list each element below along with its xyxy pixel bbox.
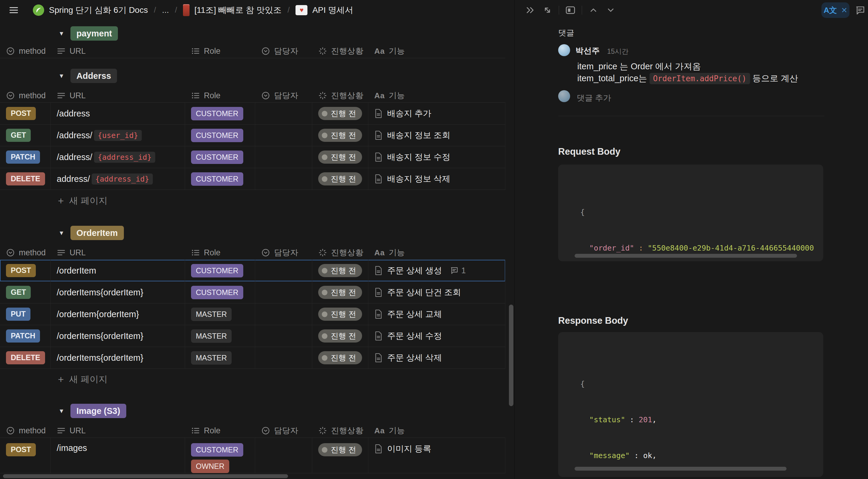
column-method[interactable]: method: [0, 246, 51, 260]
column-role[interactable]: Role: [185, 44, 255, 58]
section-title-adderss[interactable]: Adderss: [70, 69, 117, 83]
method-badge[interactable]: PATCH: [6, 329, 40, 342]
manager-cell[interactable]: [255, 281, 312, 303]
breadcrumb-workspace[interactable]: Spring 단기 심화 6기 Docs: [49, 4, 148, 16]
previous-item-icon[interactable]: [587, 4, 599, 16]
manager-cell[interactable]: [255, 438, 312, 473]
role-badge[interactable]: CUSTOMER: [191, 107, 243, 120]
next-item-icon[interactable]: [605, 4, 617, 16]
translate-indicator[interactable]: A文 ✕: [822, 2, 849, 18]
table-row[interactable]: GET /orderItems{orderItem} CUSTOMER 진행 전…: [0, 281, 505, 303]
column-role[interactable]: Role: [185, 246, 255, 260]
section-title-image-s3[interactable]: Image (S3): [70, 404, 126, 418]
column-status[interactable]: 진행상황: [312, 44, 368, 58]
breadcrumb-current-page[interactable]: API 명세서: [312, 4, 353, 16]
table-row[interactable]: POST /address CUSTOMER 진행 전 배송지 추가: [0, 103, 505, 124]
role-badge[interactable]: MASTER: [191, 329, 231, 343]
feature-cell[interactable]: 주문 상세 삭제: [374, 352, 442, 363]
horizontal-scrollbar[interactable]: [3, 474, 288, 478]
column-role[interactable]: Role: [185, 89, 255, 102]
open-as-page-icon[interactable]: [564, 4, 577, 16]
method-badge[interactable]: POST: [6, 264, 36, 277]
table-row[interactable]: DELETE /orderItems{orderItem} MASTER 진행 …: [0, 347, 505, 369]
role-badge[interactable]: MASTER: [191, 351, 231, 365]
column-status[interactable]: 진행상황: [312, 246, 368, 260]
url-cell[interactable]: /orderItems{orderItem}: [57, 288, 143, 297]
code-horizontal-scrollbar[interactable]: [575, 467, 786, 471]
manager-cell[interactable]: [255, 168, 312, 190]
table-row[interactable]: PUT /orderItem{orderItem} MASTER 진행 전 주문…: [0, 303, 505, 325]
toggle-triangle-icon[interactable]: ▼: [57, 408, 66, 415]
manager-cell[interactable]: [255, 325, 312, 347]
column-manager[interactable]: 담당자: [255, 424, 312, 438]
code-horizontal-scrollbar[interactable]: [575, 254, 797, 258]
status-badge[interactable]: 진행 전: [318, 351, 362, 364]
status-badge[interactable]: 진행 전: [318, 129, 362, 142]
method-badge[interactable]: GET: [6, 129, 31, 142]
toggle-triangle-icon[interactable]: ▼: [57, 72, 66, 80]
column-status[interactable]: 진행상황: [312, 424, 368, 438]
new-page-button[interactable]: + 새 페이지: [58, 373, 107, 386]
method-badge[interactable]: POST: [6, 107, 36, 120]
column-feature[interactable]: Aa 기능: [368, 246, 505, 260]
status-badge[interactable]: 진행 전: [318, 150, 362, 163]
vertical-scrollbar[interactable]: [509, 305, 514, 406]
section-title-payment[interactable]: payment: [70, 26, 118, 41]
breadcrumb-ellipsis[interactable]: ...: [162, 5, 169, 15]
column-method[interactable]: method: [0, 44, 51, 58]
table-row[interactable]: GET /address/{user_id} CUSTOMER 진행 전 배송지…: [0, 124, 505, 146]
column-url[interactable]: URL: [51, 424, 185, 438]
column-status[interactable]: 진행상황: [312, 89, 368, 102]
column-url[interactable]: URL: [51, 246, 185, 260]
column-method[interactable]: method: [0, 424, 51, 438]
request-body-code-block[interactable]: { "order_id" : "550e8400-e29b-41d4-a716-…: [558, 164, 823, 261]
new-page-button[interactable]: + 새 페이지: [58, 194, 107, 207]
section-toggle-image-s3[interactable]: ▼ Image (S3): [57, 402, 126, 419]
table-row-selected[interactable]: POST /orderItem CUSTOMER 진행 전 주문 상세 생성 1: [0, 260, 505, 281]
column-url[interactable]: URL: [51, 44, 185, 58]
url-cell[interactable]: address/{address_id}: [57, 174, 153, 184]
role-badge[interactable]: CUSTOMER: [191, 129, 243, 142]
status-badge[interactable]: 진행 전: [318, 443, 362, 456]
role-badge[interactable]: MASTER: [191, 307, 231, 321]
role-badge[interactable]: CUSTOMER: [191, 172, 243, 186]
url-cell[interactable]: /address: [57, 109, 90, 119]
url-cell[interactable]: /orderItem: [57, 266, 96, 276]
url-cell[interactable]: /address/{user_id}: [57, 130, 142, 141]
manager-cell[interactable]: [255, 260, 312, 281]
status-badge[interactable]: 진행 전: [318, 172, 362, 185]
section-toggle-orderitem[interactable]: ▼ OrderItem: [57, 224, 124, 241]
section-title-orderitem[interactable]: OrderItem: [70, 226, 124, 240]
column-manager[interactable]: 담당자: [255, 44, 312, 58]
manager-cell[interactable]: [255, 347, 312, 368]
status-badge[interactable]: 진행 전: [318, 286, 362, 299]
collapse-panel-icon[interactable]: [524, 4, 536, 16]
url-cell[interactable]: /address/{address_id}: [57, 152, 155, 163]
method-badge[interactable]: DELETE: [6, 172, 45, 185]
feature-cell[interactable]: 주문 상세 단건 조회: [374, 287, 461, 298]
toggle-triangle-icon[interactable]: ▼: [57, 230, 66, 237]
url-cell[interactable]: /orderItems{orderItem}: [57, 331, 143, 341]
feature-cell[interactable]: 배송지 정보 조회: [374, 129, 451, 141]
toggle-triangle-icon[interactable]: ▼: [57, 30, 66, 37]
section-toggle-payment[interactable]: ▼ payment: [57, 25, 118, 42]
table-row[interactable]: DELETE address/{address_id} CUSTOMER 진행 …: [0, 168, 505, 190]
role-badge[interactable]: CUSTOMER: [191, 286, 243, 299]
status-badge[interactable]: 진행 전: [318, 307, 362, 321]
url-cell[interactable]: /orderItems{orderItem}: [57, 353, 143, 363]
feature-cell[interactable]: 배송지 정보 삭제: [374, 173, 451, 184]
comment-author[interactable]: 박선주: [576, 46, 600, 56]
hamburger-menu-icon[interactable]: [8, 4, 20, 16]
method-badge[interactable]: GET: [6, 286, 31, 299]
status-badge[interactable]: 진행 전: [318, 264, 362, 277]
comments-icon[interactable]: [854, 4, 866, 17]
translate-icon[interactable]: A文: [824, 5, 837, 16]
column-role[interactable]: Role: [185, 424, 255, 438]
translate-close-icon[interactable]: ✕: [841, 6, 847, 14]
feature-cell[interactable]: 배송지 정보 수정: [374, 151, 451, 163]
breadcrumb-team-page[interactable]: [11조] 빼빼로 참 맛있조: [194, 4, 281, 16]
method-badge[interactable]: PUT: [6, 307, 30, 321]
section-toggle-adderss[interactable]: ▼ Adderss: [57, 67, 117, 84]
status-badge[interactable]: 진행 전: [318, 329, 362, 342]
response-body-code-block[interactable]: { "status" : 201, "message" : ok, "data"…: [558, 332, 823, 477]
